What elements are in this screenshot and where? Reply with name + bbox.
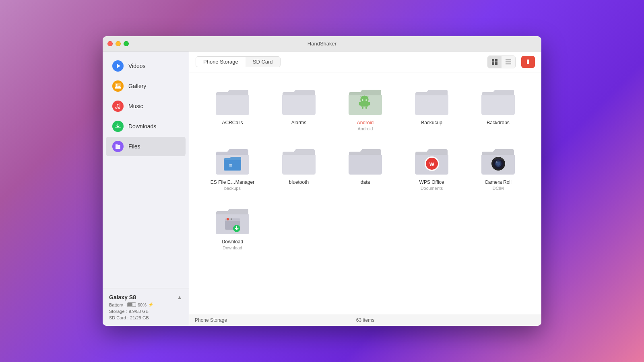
folder-icon-bluetooth (281, 145, 317, 177)
files-icon (112, 141, 124, 152)
sidebar-label-gallery: Gallery (128, 83, 146, 89)
app-window: HandShaker Videos Gallery (103, 36, 541, 326)
folder-name-cameraroll: Camera Roll (485, 179, 512, 185)
sidebar-item-downloads[interactable]: Downloads (106, 117, 186, 136)
folder-download[interactable]: Download Download (201, 200, 264, 255)
svg-point-13 (362, 99, 363, 101)
svg-marker-0 (117, 64, 120, 68)
sidebar-item-gallery[interactable]: Gallery (106, 76, 186, 96)
battery-icon (127, 302, 136, 307)
folder-data[interactable]: data (334, 140, 396, 195)
folder-icon-backucup (414, 85, 450, 117)
sidebar-item-music[interactable]: Music (106, 97, 186, 116)
status-bar-inner: Phone Storage 63 items (195, 317, 536, 323)
folder-bluetooth[interactable]: bluetooth (268, 140, 330, 195)
folder-icon-alarms (281, 85, 317, 117)
sidebar-label-downloads: Downloads (128, 123, 156, 130)
folder-icon-download (215, 204, 251, 237)
folder-name-backucup: Backucup (421, 120, 442, 125)
svg-rect-8 (506, 62, 511, 62)
sidebar-item-videos[interactable]: Videos (106, 56, 186, 76)
svg-point-33 (227, 218, 229, 220)
folder-icon-android (347, 85, 384, 117)
file-area: Phone Storage SD Card (189, 51, 541, 326)
svg-point-14 (365, 99, 367, 101)
sidebar-label-music: Music (128, 103, 143, 109)
sdcard-value: 21/29 GB (130, 315, 149, 320)
folder-name-download: Download (222, 239, 243, 245)
svg-rect-3 (492, 59, 494, 62)
status-location: Phone Storage (195, 317, 227, 323)
svg-point-31 (493, 157, 503, 160)
device-name-label: Galaxy S8 (109, 294, 136, 300)
svg-rect-18 (359, 101, 360, 105)
folder-subtitle-esfile: backups (224, 186, 241, 191)
traffic-lights (107, 41, 129, 46)
folder-backdrops[interactable]: Backdrops (467, 80, 529, 136)
main-content: Videos Gallery Music (103, 51, 541, 326)
folder-name-wpsoffice: WPS Office (419, 179, 444, 185)
folder-backucup[interactable]: Backucup (400, 80, 463, 136)
svg-rect-5 (492, 62, 494, 65)
svg-rect-20 (362, 106, 363, 109)
title-bar: HandShaker (103, 36, 541, 51)
folder-name-alarms: Alarms (291, 120, 306, 125)
svg-rect-19 (368, 101, 369, 105)
status-count: 63 items (356, 317, 374, 323)
svg-rect-9 (506, 64, 511, 64)
svg-point-2 (116, 84, 118, 86)
close-button[interactable] (107, 41, 113, 46)
folder-subtitle-download: Download (223, 245, 242, 250)
folder-wpsoffice[interactable]: W WPS Office Documents (400, 140, 463, 195)
sidebar-label-videos: Videos (128, 63, 146, 69)
folder-cameraroll[interactable]: Camera Roll DCIM (467, 140, 529, 195)
folder-name-data: data (361, 179, 370, 185)
minimize-button[interactable] (116, 41, 121, 46)
list-view-button[interactable] (502, 56, 515, 68)
folder-subtitle-cameraroll: DCIM (492, 186, 504, 191)
sdcard-label: SD Card : (109, 315, 128, 320)
svg-rect-7 (506, 60, 511, 60)
folder-icon-data (347, 145, 384, 177)
battery-percent: 60% (138, 302, 147, 307)
download-icon (112, 121, 124, 132)
battery-detail: Battery : 60% ⚡ (109, 302, 182, 307)
battery-label: Battery : (109, 302, 126, 307)
folder-icon-cameraroll (480, 145, 516, 177)
charging-icon: ⚡ (148, 302, 154, 307)
folder-subtitle-wpsoffice: Documents (421, 186, 443, 191)
tab-sd-card[interactable]: SD Card (246, 57, 280, 67)
svg-rect-17 (360, 101, 368, 106)
folder-name-acrcalls: ACRCalls (222, 120, 243, 125)
folder-name-android: Android (357, 120, 374, 125)
storage-value: 9.9/53 GB (129, 309, 149, 314)
storage-tabs: Phone Storage SD Card (196, 56, 281, 67)
svg-point-34 (231, 218, 232, 220)
folder-icon-esfile: ≡ (215, 145, 251, 177)
status-bar: Phone Storage 63 items (189, 314, 541, 326)
tab-phone-storage[interactable]: Phone Storage (196, 57, 246, 67)
image-icon (112, 80, 124, 92)
sdcard-detail: SD Card : 21/29 GB (109, 315, 182, 320)
svg-rect-21 (365, 106, 367, 109)
play-icon (112, 60, 124, 72)
window-title: HandShaker (308, 41, 336, 47)
device-info: Galaxy S8 ▲ Battery : 60% ⚡ Storage : 9.… (103, 288, 189, 326)
files-grid: ACRCalls Alarms (189, 72, 541, 314)
folder-android[interactable]: Android Android (334, 80, 396, 136)
folder-esfile[interactable]: ≡ ES File E…Manager backups (201, 140, 264, 195)
folder-icon-wpsoffice: W (414, 145, 450, 177)
grid-view-button[interactable] (488, 56, 502, 68)
delete-button[interactable] (521, 56, 535, 68)
svg-point-30 (496, 161, 497, 163)
storage-label: Storage : (109, 309, 127, 314)
eject-icon[interactable]: ▲ (177, 294, 182, 300)
folder-acrcalls[interactable]: ACRCalls (201, 80, 264, 136)
folder-icon-backdrops (480, 85, 516, 117)
folder-alarms[interactable]: Alarms (268, 80, 330, 136)
svg-rect-4 (495, 59, 497, 62)
sidebar: Videos Gallery Music (103, 51, 189, 326)
svg-rect-6 (495, 62, 497, 65)
sidebar-item-files[interactable]: Files (106, 137, 186, 156)
maximize-button[interactable] (124, 41, 129, 46)
